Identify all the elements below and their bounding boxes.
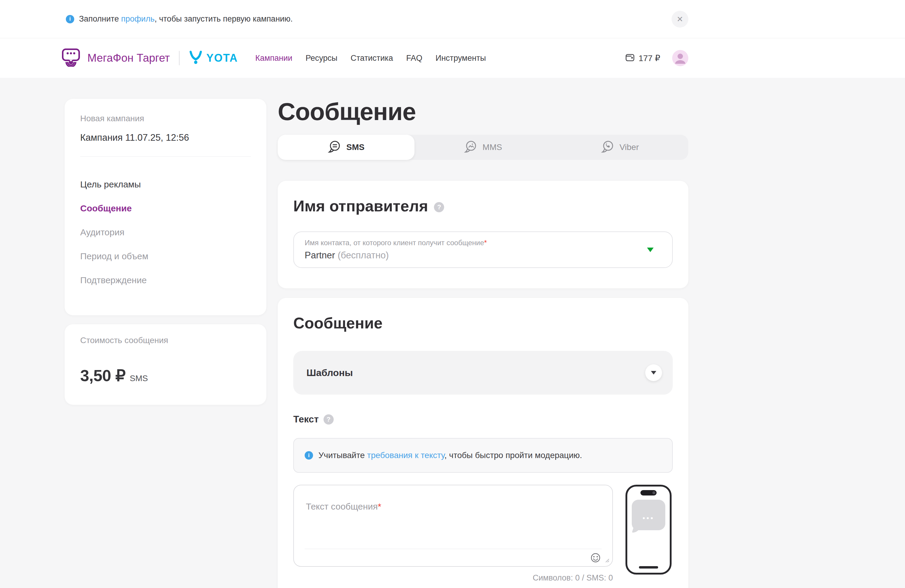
- step-audience: Аудитория: [80, 227, 251, 237]
- select-dropdown-arrow-icon: [647, 248, 654, 252]
- char-counter: Символов: 0 / SMS: 0: [293, 573, 613, 583]
- tab-viber[interactable]: Viber: [552, 135, 688, 160]
- channel-tabs: SMS MMS: [278, 135, 688, 160]
- message-title: Сообщение: [293, 315, 673, 332]
- profile-link[interactable]: профиль: [121, 14, 155, 23]
- text-help-icon[interactable]: ?: [324, 414, 334, 424]
- message-textarea[interactable]: [294, 485, 612, 548]
- step-confirmation: Подтверждение: [80, 275, 251, 285]
- hint-text: Учитывайте требования к тексту, чтобы бы…: [318, 451, 582, 460]
- required-asterisk: *: [484, 238, 487, 247]
- hint-info-icon: i: [305, 451, 313, 459]
- tab-mms[interactable]: MMS: [414, 135, 551, 160]
- campaign-steps-card: Новая кампания Кампания 11.07.25, 12:56 …: [65, 99, 266, 315]
- sender-title: Имя отправителя ?: [293, 198, 673, 215]
- info-icon: i: [66, 15, 74, 23]
- sidebar: Новая кампания Кампания 11.07.25, 12:56 …: [65, 99, 266, 405]
- templates-dropdown[interactable]: Шаблоны: [293, 351, 673, 394]
- cost-row: 3,50 ₽ SMS: [80, 366, 251, 385]
- message-card: Сообщение Шаблоны Текст ? i Учитывайте т…: [278, 298, 688, 588]
- sender-select-value: Partner (бесплатно): [305, 250, 661, 261]
- message-textarea-wrap: Текст сообщения*: [293, 485, 613, 567]
- tab-sms[interactable]: SMS: [278, 135, 414, 160]
- avatar[interactable]: [672, 50, 688, 66]
- campaign-name: Кампания 11.07.25, 12:56: [80, 132, 251, 143]
- mms-bubble-icon: [464, 140, 478, 156]
- resize-handle[interactable]: [605, 558, 609, 564]
- sender-select-label: Имя контакта, от которого клиент получит…: [305, 238, 661, 247]
- text-requirements-link[interactable]: требования к тексту: [367, 451, 445, 460]
- sender-help-icon[interactable]: ?: [434, 202, 444, 212]
- nav-faq[interactable]: FAQ: [406, 54, 422, 63]
- header-right: 177 ₽: [626, 50, 688, 66]
- step-goal[interactable]: Цель рекламы: [80, 180, 251, 189]
- cost-unit: SMS: [130, 373, 148, 383]
- typing-dots: •••: [632, 514, 665, 523]
- text-label: Текст: [293, 414, 319, 425]
- megafon-logo-icon: [62, 48, 80, 68]
- sidebar-divider: [80, 156, 251, 157]
- main-panel: Сообщение SMS: [278, 99, 688, 588]
- nav-campaigns[interactable]: Кампании: [255, 54, 292, 63]
- nav-statistics[interactable]: Статистика: [351, 54, 393, 63]
- yota-wordmark: YOTA: [206, 52, 238, 64]
- steps-list: Цель рекламы Сообщение Аудитория Период …: [80, 180, 251, 285]
- cost-label: Стоимость сообщения: [80, 335, 251, 345]
- templates-label: Шаблоны: [306, 367, 353, 378]
- close-icon: ✕: [676, 15, 683, 23]
- sender-card: Имя отправителя ? Имя контакта, от котор…: [278, 181, 688, 288]
- yota-logo-icon: [189, 50, 203, 66]
- nav-tools[interactable]: Инструменты: [435, 54, 486, 63]
- megafon-target-wordmark: МегаФон Таргет: [87, 52, 170, 64]
- viber-bubble-icon: [601, 140, 615, 156]
- megafon-target-logo[interactable]: МегаФон Таргет: [62, 48, 170, 68]
- header: МегаФон Таргет YOTA Кампании Ресурсы Ста…: [0, 38, 905, 78]
- balance-amount[interactable]: 177 ₽: [639, 53, 660, 63]
- compose-area: Текст сообщения*: [293, 485, 673, 567]
- phone-notch: [640, 490, 657, 496]
- tab-viber-label: Viber: [619, 143, 639, 152]
- banner-text: Заполните профиль, чтобы запустить перву…: [79, 14, 293, 24]
- phone-home-indicator: [639, 566, 658, 569]
- textarea-divider: [305, 549, 602, 549]
- cost-card: Стоимость сообщения 3,50 ₽ SMS: [65, 324, 266, 405]
- step-message[interactable]: Сообщение: [80, 203, 251, 213]
- step-period: Период и объем: [80, 251, 251, 261]
- wallet-icon[interactable]: [626, 53, 635, 63]
- templates-expand-button[interactable]: [645, 364, 662, 381]
- page: i Заполните профиль, чтобы запустить пер…: [0, 0, 905, 588]
- campaign-type-label: Новая кампания: [80, 114, 251, 123]
- sender-select-note: (бесплатно): [338, 250, 389, 261]
- yota-logo[interactable]: YOTA: [189, 50, 238, 66]
- logo-divider: [179, 51, 179, 65]
- sms-bubble-icon: [328, 140, 341, 156]
- phone-message-bubble: •••: [632, 500, 665, 530]
- main-nav: Кампании Ресурсы Статистика FAQ Инструме…: [255, 54, 486, 63]
- moderation-hint: i Учитывайте требования к тексту, чтобы …: [293, 438, 673, 473]
- nav-resources[interactable]: Ресурсы: [306, 54, 337, 63]
- tab-sms-label: SMS: [346, 143, 365, 152]
- tab-mms-label: MMS: [483, 143, 502, 152]
- banner-close-button[interactable]: ✕: [672, 11, 688, 27]
- phone-preview: •••: [626, 485, 672, 575]
- sender-select[interactable]: Имя контакта, от которого клиент получит…: [293, 231, 673, 268]
- emoji-picker-button[interactable]: [590, 552, 601, 563]
- chevron-down-icon: [651, 371, 656, 375]
- text-label-row: Текст ?: [293, 414, 673, 425]
- page-title: Сообщение: [278, 99, 688, 124]
- profile-banner: i Заполните профиль, чтобы запустить пер…: [0, 0, 905, 38]
- cost-price: 3,50 ₽: [80, 366, 125, 385]
- content-area: Новая кампания Кампания 11.07.25, 12:56 …: [0, 78, 905, 588]
